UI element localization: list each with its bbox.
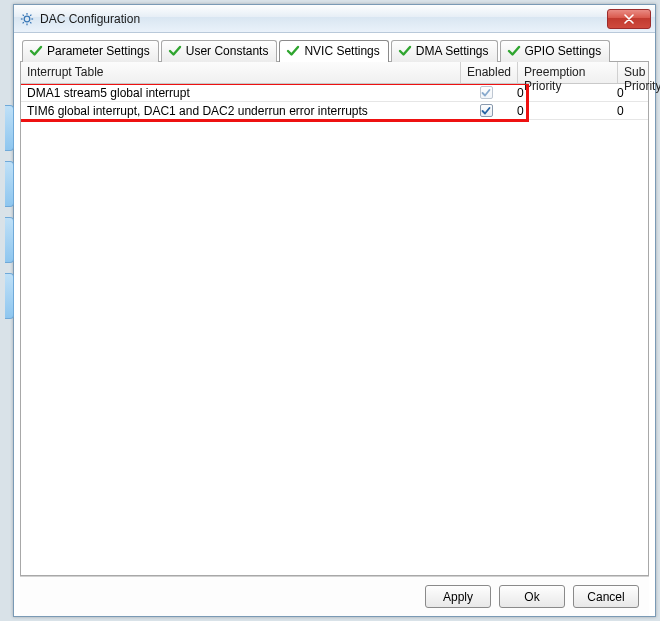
cell-enabled bbox=[461, 103, 511, 118]
left-decorative-strip bbox=[5, 105, 14, 405]
col-header-interrupt[interactable]: Interrupt Table bbox=[21, 62, 461, 83]
svg-line-8 bbox=[30, 14, 31, 15]
svg-line-7 bbox=[23, 22, 24, 23]
tab-label: NVIC Settings bbox=[304, 44, 379, 58]
cell-interrupt: DMA1 stream5 global interrupt bbox=[21, 85, 461, 101]
check-icon bbox=[507, 44, 521, 58]
close-button[interactable] bbox=[607, 9, 651, 29]
table-row[interactable]: DMA1 stream5 global interrupt 0 0 bbox=[21, 84, 648, 102]
svg-line-6 bbox=[30, 22, 31, 23]
tab-panel: Interrupt Table Enabled Preemption Prior… bbox=[20, 61, 649, 576]
table-row[interactable]: TIM6 global interrupt, DAC1 and DAC2 und… bbox=[21, 102, 648, 120]
cell-preemption: 0 bbox=[511, 85, 611, 101]
col-header-preemption[interactable]: Preemption Priority bbox=[518, 62, 618, 83]
apply-button[interactable]: Apply bbox=[425, 585, 491, 608]
tab-label: GPIO Settings bbox=[525, 44, 602, 58]
checkbox-enabled bbox=[480, 86, 493, 99]
cell-sub: 0 bbox=[611, 85, 648, 101]
cell-interrupt: TIM6 global interrupt, DAC1 and DAC2 und… bbox=[21, 103, 461, 119]
button-label: Apply bbox=[443, 590, 473, 604]
tab-bar: Parameter Settings User Constants NVIC S… bbox=[20, 39, 649, 61]
check-icon bbox=[168, 44, 182, 58]
tab-label: User Constants bbox=[186, 44, 269, 58]
check-icon bbox=[286, 44, 300, 58]
cell-enabled bbox=[461, 85, 511, 100]
table-body: DMA1 stream5 global interrupt 0 0 TIM6 g… bbox=[21, 84, 648, 575]
svg-line-5 bbox=[23, 14, 24, 15]
checkbox-enabled[interactable] bbox=[480, 104, 493, 117]
cell-sub: 0 bbox=[611, 103, 648, 119]
ok-button[interactable]: Ok bbox=[499, 585, 565, 608]
client-area: Parameter Settings User Constants NVIC S… bbox=[14, 33, 655, 616]
cell-preemption: 0 bbox=[511, 103, 611, 119]
check-icon bbox=[398, 44, 412, 58]
tab-label: Parameter Settings bbox=[47, 44, 150, 58]
check-icon bbox=[29, 44, 43, 58]
dialog-window: DAC Configuration Parameter Settings Use… bbox=[13, 4, 656, 617]
gear-icon bbox=[20, 12, 34, 26]
tab-parameter-settings[interactable]: Parameter Settings bbox=[22, 40, 159, 62]
titlebar: DAC Configuration bbox=[14, 5, 655, 33]
window-title: DAC Configuration bbox=[40, 12, 140, 26]
tab-gpio-settings[interactable]: GPIO Settings bbox=[500, 40, 611, 62]
cancel-button[interactable]: Cancel bbox=[573, 585, 639, 608]
dialog-footer: Apply Ok Cancel bbox=[20, 576, 649, 616]
button-label: Cancel bbox=[587, 590, 624, 604]
svg-point-0 bbox=[24, 16, 30, 22]
table-header: Interrupt Table Enabled Preemption Prior… bbox=[21, 62, 648, 84]
col-header-sub[interactable]: Sub Priority bbox=[618, 62, 660, 83]
button-label: Ok bbox=[524, 590, 539, 604]
col-header-enabled[interactable]: Enabled bbox=[461, 62, 518, 83]
tab-dma-settings[interactable]: DMA Settings bbox=[391, 40, 498, 62]
tab-nvic-settings[interactable]: NVIC Settings bbox=[279, 40, 388, 62]
tab-user-constants[interactable]: User Constants bbox=[161, 40, 278, 62]
tab-label: DMA Settings bbox=[416, 44, 489, 58]
